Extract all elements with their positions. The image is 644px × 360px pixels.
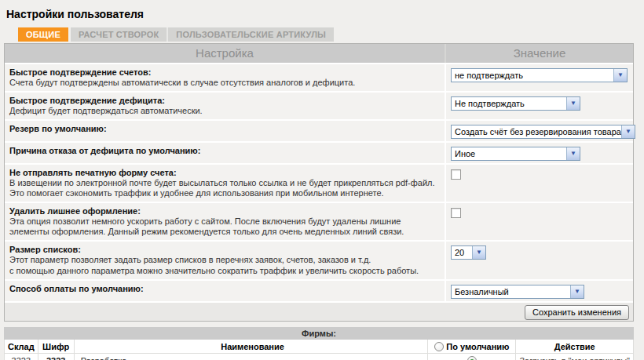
chevron-down-icon[interactable]: ▼ [566, 147, 580, 160]
firm-shifr: 3323 [38, 354, 74, 360]
setting-description-line2: с помощью данного параметра можно значит… [9, 265, 440, 276]
chevron-down-icon[interactable]: ▼ [566, 97, 580, 110]
column-header-action: Действие [516, 340, 634, 354]
quick-invoice-confirm-select[interactable]: не подтверждать ▼ [451, 68, 628, 82]
setting-description: Счета будут подтверждены автоматически в… [9, 77, 440, 88]
setting-row-no-printed-invoice: Не отправлять печатную форму счета: В из… [5, 163, 633, 202]
setting-description: Этот параметр позволяет задать размер сп… [9, 254, 440, 265]
chevron-down-icon[interactable]: ▼ [472, 246, 485, 259]
setting-label: Размер списков: [9, 244, 440, 254]
setting-row-default-payment-method: Способ оплаты по умолчанию: Безналичный … [5, 279, 633, 301]
default-none-radio[interactable] [434, 342, 444, 351]
select-value: 20 [452, 246, 472, 259]
tab-sash-calculation[interactable]: РАСЧЕТ СТВОРОК [71, 27, 166, 42]
chevron-down-icon[interactable]: ▼ [570, 285, 584, 298]
default-reserve-select[interactable]: Создать счёт без резервирования товара ▼ [451, 125, 635, 139]
remove-decoration-checkbox[interactable] [451, 208, 461, 218]
column-header-name: Наименование [74, 340, 428, 354]
select-value: не подтверждать [452, 69, 613, 82]
select-value: Безналичный [452, 285, 570, 298]
chevron-down-icon[interactable]: ▼ [621, 125, 635, 138]
settings-table: Настройка Значение Быстрое подтверждение… [4, 43, 634, 322]
setting-row-quick-invoice-confirm: Быстрое подтверждение счетов: Счета буду… [5, 63, 633, 91]
tab-bar: ОБЩИЕРАСЧЕТ СТВОРОКПОЛЬЗОВАТЕЛЬСКИЕ АРТИ… [4, 27, 640, 42]
select-value: Иное [452, 147, 566, 160]
quick-deficit-confirm-select[interactable]: Не подтверждать ▼ [451, 96, 580, 111]
setting-row-remove-decoration: Удалить лишнее оформление: Эта опция поз… [5, 202, 633, 240]
setting-row-list-size: Размер списков: Этот параметр позволяет … [5, 240, 633, 279]
setting-label: Резерв по умолчанию: [9, 123, 440, 133]
setting-description: Дефицит будет подтверждаться автоматичес… [9, 105, 440, 116]
chevron-down-icon[interactable]: ▼ [613, 69, 627, 82]
firm-name: Разработка [74, 354, 428, 360]
tab-user-articles[interactable]: ПОЛЬЗОВАТЕЛЬСКИЕ АРТИКУЛЫ [166, 27, 334, 42]
setting-description: Эта опция позволит немного ускорить рабо… [9, 216, 440, 237]
setting-row-default-reserve: Резерв по умолчанию: Создать счёт без ре… [5, 119, 633, 141]
deficit-refusal-reason-select[interactable]: Иное ▼ [451, 147, 580, 161]
setting-label: Быстрое подтверждение счетов: [9, 67, 440, 77]
select-value: Создать счёт без резервирования товара [452, 125, 621, 138]
load-to-my-articles-link[interactable]: Загрузить в "мои артикулы" [519, 356, 630, 360]
setting-row-quick-deficit-confirm: Быстрое подтверждение дефицита: Дефицит … [5, 91, 633, 119]
user-settings-page: Настройки пользователя ОБЩИЕРАСЧЕТ СТВОР… [0, 0, 644, 360]
default-payment-method-select[interactable]: Безналичный ▼ [451, 285, 584, 299]
setting-label: Способ оплаты по умолчанию: [9, 283, 440, 293]
no-printed-invoice-checkbox[interactable] [451, 169, 461, 180]
column-header-value: Значение [445, 44, 633, 63]
firms-table-title: Фирмы: [5, 328, 634, 340]
settings-table-header: Настройка Значение [5, 44, 633, 63]
firm-row: 3323 3323 Разработка Загрузить в "мои ар… [5, 354, 634, 360]
setting-label: Причина отказа от дефицита по умолчанию: [9, 145, 440, 155]
setting-row-deficit-refusal-reason: Причина отказа от дефицита по умолчанию:… [5, 141, 633, 163]
setting-description: В извещении по электронной почте будет в… [9, 177, 440, 198]
firms-table: Фирмы: Склад Шифр Наименование По умолча… [4, 327, 634, 360]
page-title: Настройки пользователя [4, 5, 640, 27]
list-size-select[interactable]: 20 ▼ [451, 245, 486, 260]
firm-default-radio[interactable] [467, 356, 477, 360]
setting-label: Быстрое подтверждение дефицита: [9, 95, 440, 105]
save-changes-button[interactable]: Сохранить изменения [525, 305, 629, 320]
settings-footer: Сохранить изменения [5, 301, 633, 321]
column-header-setting: Настройка [5, 44, 445, 63]
column-header-default-label: По умолчанию [446, 342, 509, 351]
tab-general[interactable]: ОБЩИЕ [18, 27, 68, 42]
column-header-sklad: Склад [5, 340, 38, 354]
firm-sklad: 3323 [5, 354, 38, 360]
setting-label: Удалить лишнее оформление: [9, 205, 440, 216]
select-value: Не подтверждать [452, 97, 566, 110]
column-header-shifr: Шифр [38, 340, 74, 354]
column-header-default: По умолчанию [428, 340, 516, 354]
setting-label: Не отправлять печатную форму счета: [9, 167, 440, 177]
